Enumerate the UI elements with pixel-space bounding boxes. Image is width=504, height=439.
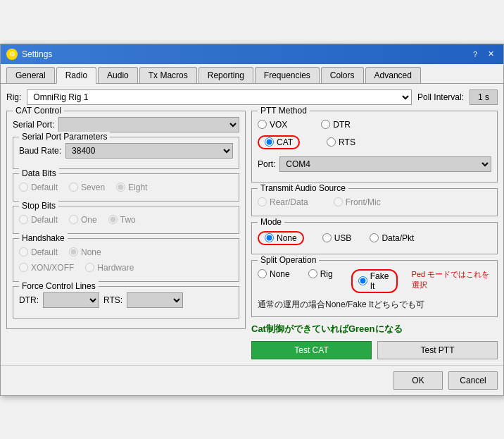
transmit-rear: Rear/Data — [258, 197, 308, 207]
stop-bits-default-radio[interactable] — [19, 215, 28, 224]
main-content: Rig: OmniRig Rig 1 Poll Interval: CAT Co… — [1, 84, 503, 365]
tab-advanced[interactable]: Advanced — [365, 67, 421, 83]
dtr-label: DTR: — [19, 295, 39, 305]
transmit-front-radio[interactable] — [334, 197, 343, 206]
titlebar-controls: ? ✕ — [468, 48, 498, 61]
ok-button[interactable]: OK — [393, 371, 443, 390]
force-control-row: DTR: RTS: — [19, 292, 233, 308]
handshake-none-radio[interactable] — [69, 247, 78, 256]
force-control-group: Force Control Lines DTR: RTS: — [13, 286, 239, 319]
stop-bits-one: One — [69, 215, 97, 225]
test-cat-button[interactable]: Test CAT — [251, 341, 372, 359]
normal-operation-annotation: 通常の運用の場合None/Fake Itどちらでも可 — [258, 299, 491, 311]
rig-select[interactable]: OmniRig Rig 1 — [27, 89, 412, 105]
titlebar: ⚙ Settings ? ✕ — [1, 44, 503, 64]
cat-green-annotation: Cat制御ができていればGreenになる — [251, 323, 498, 335]
data-bits-eight-radio[interactable] — [116, 183, 125, 192]
serial-port-label: Serial Port: — [13, 120, 54, 130]
split-rig-label: Rig — [320, 269, 333, 279]
data-bits-seven: Seven — [69, 183, 105, 192]
ptt-vox-label: VOX — [270, 120, 287, 130]
ptt-vox: VOX — [258, 120, 287, 130]
data-bits-default: Default — [19, 183, 58, 192]
ptt-cat-label: CAT — [277, 137, 293, 147]
data-bits-seven-label: Seven — [81, 183, 105, 192]
stop-bits-two-radio[interactable] — [108, 215, 118, 224]
poll-interval-input[interactable] — [470, 89, 498, 105]
ptt-vox-radio[interactable] — [258, 120, 267, 129]
mode-data-pkt-radio[interactable] — [370, 233, 379, 242]
handshake-hardware-label: Hardware — [97, 263, 134, 273]
handshake-default-label: Default — [31, 247, 58, 257]
ptt-cat-radio[interactable] — [265, 137, 274, 147]
serial-port-params-group: Serial Port Parameters Baud Rate: 38400 — [13, 137, 239, 169]
handshake-default-radio[interactable] — [19, 247, 28, 256]
transmit-rear-radio[interactable] — [258, 197, 267, 206]
stop-bits-one-radio[interactable] — [69, 215, 78, 224]
split-fakeit-label: Fake It — [370, 271, 391, 291]
data-bits-default-radio[interactable] — [19, 183, 28, 192]
data-bits-eight: Eight — [116, 183, 147, 192]
ptt-dtr-radio[interactable] — [321, 120, 330, 129]
handshake-title: Handshake — [19, 233, 68, 243]
poll-interval-label: Poll Interval: — [417, 92, 464, 102]
tab-bar: General Radio Audio Tx Macros Reporting … — [1, 64, 503, 84]
stop-bits-radio-group: Default One Two — [19, 212, 233, 228]
tab-frequencies[interactable]: Frequencies — [255, 67, 320, 83]
split-rig-radio[interactable] — [308, 269, 317, 278]
serial-port-params-title: Serial Port Parameters — [19, 132, 110, 142]
ptt-cat-highlight: CAT — [258, 135, 300, 149]
tab-general[interactable]: General — [6, 67, 55, 83]
stop-bits-one-label: One — [81, 215, 97, 225]
mode-usb-label: USB — [334, 233, 352, 243]
ptt-radio-group2: CAT RTS — [258, 132, 491, 152]
handshake-xon-radio[interactable] — [19, 263, 28, 272]
tab-reporting[interactable]: Reporting — [199, 67, 253, 83]
ptt-rts-radio[interactable] — [327, 137, 336, 147]
port-select[interactable]: COM4 — [279, 156, 491, 172]
ped-mode-annotation: Ped モードではこれを選択 — [412, 269, 491, 290]
data-bits-default-label: Default — [31, 183, 58, 192]
rts-label: RTS: — [103, 295, 122, 305]
mode-usb-radio[interactable] — [322, 233, 332, 242]
stop-bits-group: Stop Bits Default One — [13, 206, 239, 234]
handshake-none: None — [69, 247, 101, 257]
mode-usb: USB — [322, 233, 352, 243]
split-none-radio[interactable] — [258, 269, 267, 278]
transmit-front: Front/Mic — [334, 197, 381, 207]
mode-none-label: None — [277, 233, 297, 243]
tab-audio[interactable]: Audio — [98, 67, 138, 83]
ptt-rts: RTS — [327, 137, 355, 147]
dtr-select[interactable] — [43, 292, 99, 308]
baud-rate-select[interactable]: 38400 — [65, 143, 233, 159]
bottom-bar: OK Cancel — [1, 365, 503, 395]
transmit-front-label: Front/Mic — [346, 197, 381, 207]
close-button[interactable]: ✕ — [484, 48, 498, 61]
ptt-method-title: PTT Method — [258, 106, 310, 116]
force-control-title: Force Control Lines — [19, 281, 99, 291]
serial-port-select[interactable] — [58, 117, 239, 132]
data-bits-eight-label: Eight — [128, 183, 147, 192]
ptt-dtr-label: DTR — [333, 120, 351, 130]
rts-select[interactable] — [127, 292, 183, 308]
cancel-button[interactable]: Cancel — [448, 371, 498, 390]
rig-label: Rig: — [6, 92, 21, 102]
mode-radio-group: None USB Data/Pkt — [258, 228, 491, 248]
right-panel: PTT Method VOX DTR — [251, 111, 498, 359]
baud-rate-row: Baud Rate: 38400 — [19, 143, 233, 159]
help-button[interactable]: ? — [468, 48, 482, 61]
mode-none-radio[interactable] — [265, 233, 274, 242]
data-bits-seven-radio[interactable] — [69, 183, 78, 192]
tab-radio[interactable]: Radio — [56, 67, 96, 84]
split-none: None — [258, 269, 290, 279]
tab-colors[interactable]: Colors — [321, 67, 364, 83]
window-title: Settings — [22, 49, 52, 59]
ptt-method-group: PTT Method VOX DTR — [251, 111, 498, 183]
split-fakeit-radio[interactable] — [358, 276, 367, 285]
test-ptt-button[interactable]: Test PTT — [377, 341, 498, 359]
transmit-radio-group: Rear/Data Front/Mic — [258, 194, 491, 210]
mode-data-pkt: Data/Pkt — [370, 233, 414, 243]
handshake-hardware-radio[interactable] — [85, 263, 94, 272]
tab-tx-macros[interactable]: Tx Macros — [139, 67, 197, 83]
split-operation-group: Split Operation None Rig Fake It — [251, 260, 498, 317]
